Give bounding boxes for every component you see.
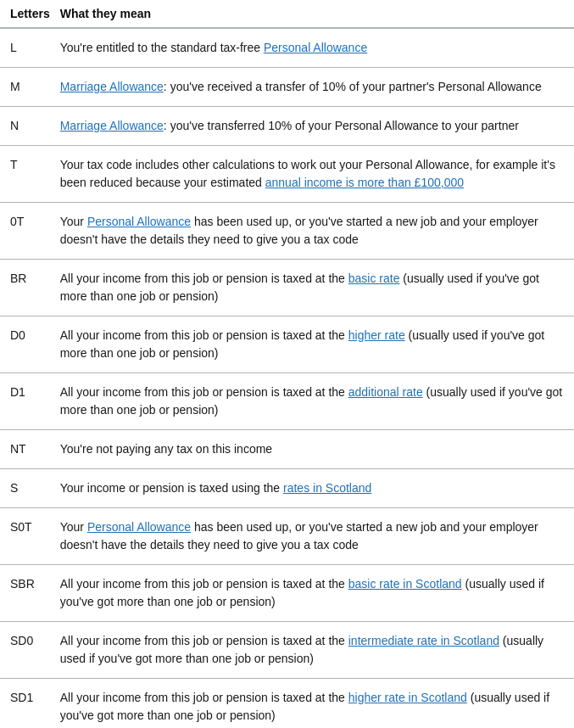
table-row: MMarriage Allowance: you've received a t… [0,68,574,107]
meaning-cell: All your income from this job or pension… [60,373,574,430]
letter-cell: T [0,146,60,203]
table-row: D1All your income from this job or pensi… [0,373,574,430]
meaning-cell: You're not paying any tax on this income [60,430,574,469]
meaning-link[interactable]: Personal Allowance [87,215,191,228]
meaning-cell: Your income or pension is taxed using th… [60,469,574,508]
letter-cell: SBR [0,565,60,622]
letter-cell: M [0,68,60,107]
table-row: SYour income or pension is taxed using t… [0,469,574,508]
table-row: SBRAll your income from this job or pens… [0,565,574,622]
letter-cell: L [0,28,60,68]
meaning-link[interactable]: Personal Allowance [264,41,367,54]
meaning-cell: Your Personal Allowance has been used up… [60,203,574,260]
meaning-cell: All your income from this job or pension… [60,260,574,316]
meaning-link[interactable]: Personal Allowance [87,520,191,534]
table-row: NTYou're not paying any tax on this inco… [0,430,574,469]
meaning-cell: Your tax code includes other calculation… [60,146,574,203]
meaning-cell: You're entitled to the standard tax-free… [60,28,574,68]
letters-header: Letters [0,0,60,28]
meaning-link[interactable]: higher rate in Scotland [348,691,467,704]
letter-cell: D1 [0,373,60,430]
letter-cell: 0T [0,203,60,260]
meaning-link[interactable]: Marriage Allowance [60,80,164,93]
meaning-cell: All your income from this job or pension… [60,565,574,622]
table-row: LYou're entitled to the standard tax-fre… [0,28,574,68]
table-row: D0All your income from this job or pensi… [0,316,574,373]
table-row: SD0All your income from this job or pens… [0,622,574,679]
letter-cell: S [0,469,60,508]
letter-cell: SD0 [0,622,60,679]
table-row: BRAll your income from this job or pensi… [0,260,574,316]
meaning-link[interactable]: Marriage Allowance [60,119,164,132]
table-header-row: Letters What they mean [0,0,574,28]
letter-cell: N [0,107,60,146]
meaning-header: What they mean [60,0,574,28]
letter-cell: S0T [0,508,60,565]
letter-cell: D0 [0,316,60,373]
letter-cell: BR [0,260,60,316]
tax-codes-table: Letters What they mean LYou're entitled … [0,0,574,728]
letter-cell: SD1 [0,679,60,729]
meaning-cell: All your income from this job or pension… [60,316,574,373]
meaning-cell: Marriage Allowance: you've transferred 1… [60,107,574,146]
meaning-link[interactable]: higher rate [348,328,405,342]
meaning-link[interactable]: additional rate [348,385,423,399]
meaning-link[interactable]: intermediate rate in Scotland [348,634,499,647]
table-row: SD1All your income from this job or pens… [0,679,574,729]
meaning-cell: Marriage Allowance: you've received a tr… [60,68,574,107]
meaning-link[interactable]: basic rate in Scotland [348,577,462,591]
table-row: 0TYour Personal Allowance has been used … [0,203,574,260]
meaning-link[interactable]: annual income is more than £100,000 [265,176,464,189]
table-row: S0TYour Personal Allowance has been used… [0,508,574,565]
meaning-link[interactable]: rates in Scotland [283,481,371,495]
meaning-cell: Your Personal Allowance has been used up… [60,508,574,565]
meaning-cell: All your income from this job or pension… [60,622,574,679]
letter-cell: NT [0,430,60,469]
meaning-link[interactable]: basic rate [348,272,400,285]
table-row: NMarriage Allowance: you've transferred … [0,107,574,146]
table-row: TYour tax code includes other calculatio… [0,146,574,203]
meaning-cell: All your income from this job or pension… [60,679,574,729]
